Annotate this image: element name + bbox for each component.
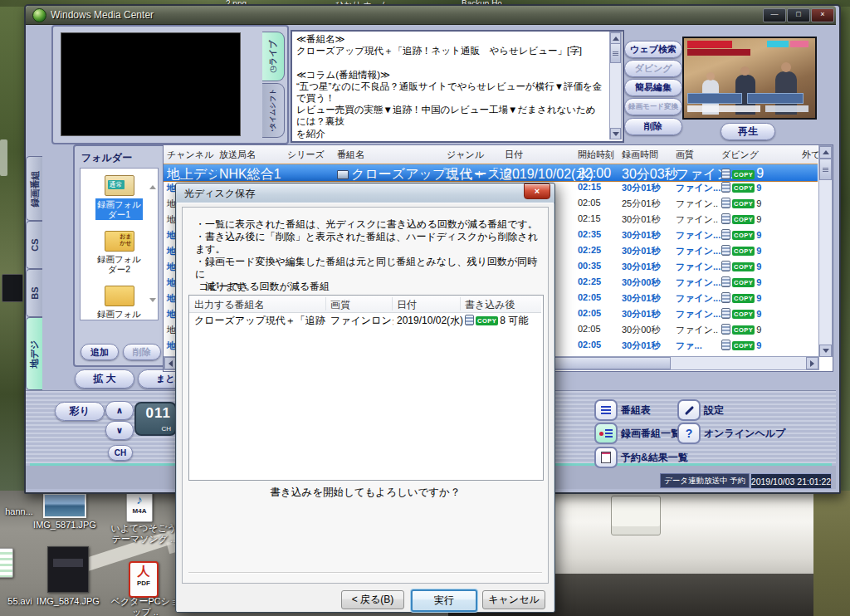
col-header[interactable]: 日付 [397,298,417,312]
col-header[interactable]: 録画時間 [622,149,658,161]
easy-edit-button[interactable]: 簡易編集 [624,79,682,96]
channel-up-button[interactable]: ∧ [105,401,134,420]
dialog-close-button[interactable]: × [524,183,550,199]
col-header[interactable]: 日付 [505,149,523,161]
col-header[interactable]: ダビング [721,149,759,161]
cell-title: クローズアップ現代＋「追跡！ネ.. [194,314,327,328]
menu-recorded-list[interactable]: 録画番組一覧 [621,427,681,441]
folder-item[interactable]: おま かせ 録画フォル ダー2 [81,231,158,276]
col-header[interactable]: チャンネル [167,149,213,161]
dubbing-button[interactable]: ダビング [624,60,682,77]
col-header[interactable]: 画質 [676,149,694,161]
scroll-up-arrow[interactable] [819,146,832,159]
window-titlebar[interactable]: Windows Media Center — □ × [26,6,836,25]
folder-badge: おま かせ [120,233,131,247]
web-search-button[interactable]: ウェブ検索 [624,41,682,58]
menu-settings[interactable]: 設定 [704,403,724,418]
delete-button[interactable]: 削除 [624,118,682,135]
desktop-icon-label[interactable]: IMG_5871.JPG [23,520,106,530]
vscrollbar-thumb[interactable] [819,159,832,180]
list-scroll-up[interactable] [149,171,156,186]
cancel-button[interactable]: キャンセル [482,590,545,609]
channel-down-button[interactable]: ∨ [105,421,134,440]
reservations-icon[interactable] [594,447,618,468]
cell-start-time: 02:05 [578,340,601,350]
photo-detail [53,559,83,567]
scroll-down-arrow[interactable] [610,128,621,139]
online-help-icon[interactable]: ? [677,423,701,444]
copy-count: 9 [756,230,761,240]
copy-badge: COPY [732,278,755,287]
col-header[interactable]: 出力する番組名 [194,298,265,312]
video-preview[interactable] [61,32,241,136]
col-header[interactable]: 放送局名 [219,149,256,161]
desktop-icon-hann[interactable]: hann... [0,506,38,517]
table-vscrollbar[interactable] [818,145,833,357]
list-scroll-down[interactable] [149,302,156,317]
tab-live[interactable]: ◷ライブ [262,32,285,81]
cell-dubbing: COPY9 [721,261,761,271]
wmc-orb-icon [32,8,46,22]
col-header[interactable]: シリーズ [287,149,325,161]
tab-bs[interactable]: BS [26,269,42,317]
dialog-table-row[interactable]: クローズアップ現代＋「追跡！ネ.. ファインロング(.. 2019/10/02(… [189,312,541,329]
close-button[interactable]: × [811,8,834,22]
tab-terrestrial-digital[interactable]: 地デジ [26,317,42,390]
col-header[interactable]: 番組名 [337,149,364,161]
rec-mode-convert-button[interactable]: 録画モード変換 [624,98,682,115]
m4a-file-icon[interactable]: ♪ M4A [126,491,153,522]
pdf-file-icon[interactable]: 人 PDF [129,561,159,598]
col-header[interactable]: 外で [802,149,820,161]
desktop-icon-img5874[interactable] [47,546,89,593]
settings-icon[interactable] [677,399,701,421]
tab-recorded-programs[interactable]: 録画番組 [26,156,42,221]
folder-item[interactable]: 通常 録画フォル ダー1 [81,175,158,221]
back-button[interactable]: < 戻る(B) [341,590,404,609]
folder-label[interactable]: 録画フォル ダー3 [97,309,141,320]
scroll-down-arrow[interactable] [819,345,832,357]
col-header[interactable]: 開始時刻 [578,149,614,161]
recorded-list-icon[interactable] [594,423,618,444]
maximize-button[interactable]: □ [787,8,810,22]
folder-item[interactable]: 録画フォル ダー3 [81,286,158,320]
irodori-button[interactable]: 彩り [55,402,105,421]
cell-dubbing: COPY9 [721,276,761,287]
menu-online-help[interactable]: オンラインヘルプ [704,427,785,441]
cell-duration: 25分01秒 [622,198,660,210]
folder-label[interactable]: 録画フォル ダー2 [97,254,141,274]
expand-button[interactable]: 拡 大 [75,369,134,389]
folder-remove-button[interactable]: 削除 [123,344,161,360]
play-button[interactable]: 再生 [721,123,775,140]
desktop-icon-img5871[interactable] [43,493,126,518]
table-row-selected[interactable]: 地上デジタ.. NHK総合1・松.. クローズアップ現代＋「追.. ニュース／.… [164,164,818,182]
col-header[interactable]: 画質 [330,298,350,312]
cell-duration: 30分00秒 [622,324,660,336]
cell-start-time: 00:35 [578,261,601,271]
chyron-white-strip [765,105,808,112]
license-plate [611,496,661,535]
avi-file-icon[interactable] [0,548,13,578]
execute-button[interactable]: 実行 [411,589,477,612]
menu-reservations[interactable]: 予約&結果一覧 [621,451,688,465]
cell-dubbing: COPY9 [721,182,761,193]
tab-cs[interactable]: CS [26,221,42,269]
pencil-icon [684,405,693,414]
copy-count: 9 [756,262,761,271]
col-header[interactable]: ジャンル [447,149,484,161]
tv-preview[interactable] [682,37,817,120]
scroll-up-arrow[interactable] [610,32,621,44]
folder-add-button[interactable]: 追加 [81,344,119,360]
dialog-titlebar[interactable]: 光ディスク保存 × [176,183,554,203]
scroll-right-arrow[interactable] [806,357,818,369]
copy-badge: COPY [732,183,755,193]
tab-timeshift[interactable]: ◔タイムシフト [262,83,285,138]
info-scrollbar[interactable] [609,32,622,139]
scrollbar-thumb[interactable] [610,43,621,63]
program-guide-icon[interactable] [594,399,618,421]
col-header[interactable]: 書き込み後 [465,298,515,312]
ch-button[interactable]: CH [108,445,133,461]
folder-label[interactable]: 録画フォル ダー1 [95,198,143,220]
minimize-button[interactable]: — [763,8,786,22]
menu-program-guide[interactable]: 番組表 [621,403,651,418]
person-head [740,66,750,76]
